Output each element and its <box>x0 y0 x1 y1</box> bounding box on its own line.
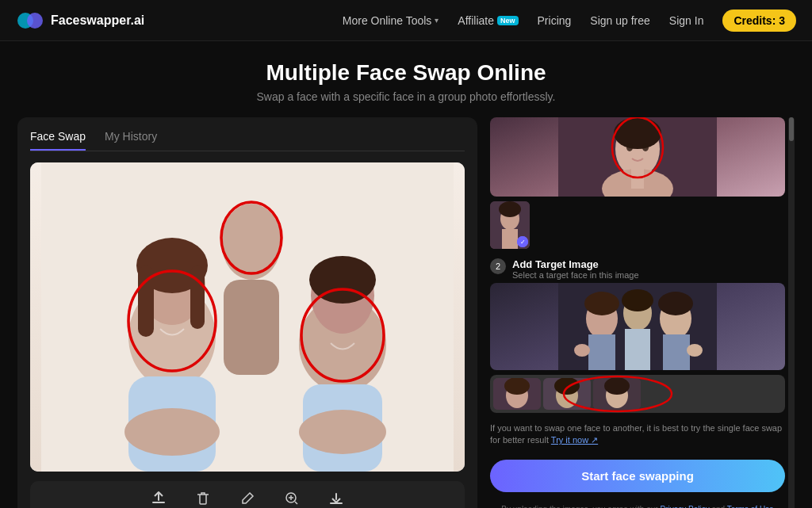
svg-rect-46 <box>663 334 690 370</box>
logo-text: Faceswapper.ai <box>51 13 144 28</box>
download-tool-button[interactable] <box>322 487 350 508</box>
step2-section: 2 Add Target Image Select a target face … <box>490 258 785 413</box>
step2-label: 2 Add Target Image Select a target face … <box>490 258 785 280</box>
content-row: Face Swap My History <box>17 117 795 508</box>
source-portrait-svg <box>490 117 785 197</box>
terms-of-use-link[interactable]: Terms of Use <box>727 505 774 508</box>
zoom-icon <box>284 491 300 506</box>
main-content: Multiple Face Swap Online Swap a face wi… <box>0 41 812 508</box>
svg-point-39 <box>584 292 619 315</box>
svg-rect-24 <box>335 493 337 500</box>
upload-note: By uploading the images, you agree with … <box>490 505 785 508</box>
group-photo-svg <box>30 162 465 472</box>
download-icon <box>328 491 344 506</box>
nav-more-tools[interactable]: More Online Tools ▾ <box>343 14 439 27</box>
svg-point-31 <box>642 143 649 151</box>
credits-button[interactable]: Credits: 3 <box>722 10 796 32</box>
edit-tool-button[interactable] <box>233 487 262 508</box>
step2-info: Add Target Image Select a target face in… <box>512 258 639 280</box>
upload-tool-button[interactable] <box>144 487 173 508</box>
target-face-thumb-1[interactable] <box>493 378 541 410</box>
svg-rect-10 <box>190 265 205 329</box>
svg-rect-43 <box>625 329 650 370</box>
warning-text: If you want to swap one face to another,… <box>490 422 785 447</box>
nav-pricing[interactable]: Pricing <box>538 14 572 27</box>
svg-point-48 <box>687 344 703 357</box>
source-image-large[interactable] <box>490 117 785 197</box>
zoom-tool-button[interactable] <box>278 487 306 508</box>
target-image[interactable] <box>490 283 785 370</box>
chevron-down-icon: ▾ <box>435 16 439 25</box>
thumb-check-icon: ✓ <box>517 236 528 247</box>
svg-point-35 <box>499 201 521 217</box>
svg-point-45 <box>658 292 693 315</box>
source-thumb-row: ✓ ✓ <box>490 201 785 249</box>
step2-number: 2 <box>490 258 506 274</box>
start-face-swap-button[interactable]: Start face swapping <box>490 460 785 492</box>
upload-icon <box>151 491 167 506</box>
nav-affiliate[interactable]: Affiliate New <box>458 14 518 27</box>
photo-area <box>30 162 465 472</box>
svg-rect-29 <box>631 169 644 189</box>
tab-row: Face Swap My History <box>30 130 465 151</box>
svg-rect-20 <box>152 502 165 503</box>
source-thumb[interactable]: ✓ ✓ <box>490 201 530 249</box>
try-it-link[interactable]: Try it now ↗ <box>551 435 598 445</box>
svg-point-47 <box>574 344 590 357</box>
svg-point-1 <box>27 13 43 29</box>
svg-point-27 <box>614 117 661 149</box>
target-face-thumb-3[interactable] <box>593 378 641 410</box>
svg-rect-36 <box>502 229 518 249</box>
face-thumb-1-svg <box>493 378 541 410</box>
main-nav: More Online Tools ▾ Affiliate New Pricin… <box>343 10 796 32</box>
target-image-svg <box>490 283 785 370</box>
affiliate-badge: New <box>497 16 519 25</box>
svg-rect-40 <box>588 334 615 370</box>
right-panel: ✓ ✓ 2 Add Target Image Select a target f… <box>490 117 785 508</box>
logo-icon <box>16 6 44 35</box>
group-photo-sim <box>30 162 465 472</box>
target-face-thumb-2[interactable] <box>543 378 591 410</box>
right-scroll-wrapper: ✓ ✓ 2 Add Target Image Select a target f… <box>490 117 795 508</box>
target-face-selection <box>490 375 785 413</box>
logo-area: Faceswapper.ai <box>16 6 144 35</box>
signin-button[interactable]: Sign In <box>669 14 704 27</box>
target-face-container[interactable] <box>490 375 785 413</box>
svg-point-3 <box>221 204 282 280</box>
header: Faceswapper.ai More Online Tools ▾ Affil… <box>0 0 812 41</box>
svg-point-51 <box>504 378 530 395</box>
delete-icon <box>195 491 211 506</box>
signup-button[interactable]: Sign up free <box>590 14 650 27</box>
tab-my-history[interactable]: My History <box>105 130 157 151</box>
svg-point-54 <box>554 378 580 395</box>
svg-point-30 <box>626 143 633 151</box>
source-section: ✓ ✓ <box>490 117 785 249</box>
face-thumb-3-svg <box>593 378 641 410</box>
page-title: Multiple Face Swap Online <box>266 60 546 86</box>
toolbar <box>30 481 465 508</box>
privacy-policy-link[interactable]: Privacy Policy <box>660 505 709 508</box>
tab-face-swap[interactable]: Face Swap <box>30 130 86 151</box>
scrollbar[interactable] <box>788 117 795 508</box>
edit-icon <box>239 491 255 506</box>
svg-rect-21 <box>158 493 159 501</box>
page-subtitle: Swap a face with a specific face in a gr… <box>257 90 556 103</box>
svg-rect-4 <box>224 280 279 375</box>
svg-point-57 <box>604 378 630 395</box>
svg-point-16 <box>299 410 386 454</box>
svg-point-42 <box>622 289 653 311</box>
svg-point-15 <box>124 408 220 456</box>
left-panel: Face Swap My History <box>17 117 477 508</box>
face-thumb-2-svg <box>543 378 591 410</box>
delete-tool-button[interactable] <box>189 487 217 508</box>
scroll-thumb <box>789 117 794 141</box>
